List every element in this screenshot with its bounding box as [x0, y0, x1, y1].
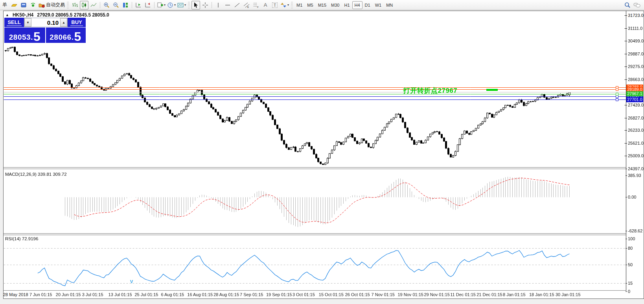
rsi-tick: 80: [628, 246, 644, 251]
fibonacci-icon[interactable]: F: [252, 1, 260, 9]
volume-decrease-button[interactable]: ▼: [24, 18, 31, 27]
gold-icon[interactable]: [10, 1, 18, 9]
tile-windows-icon[interactable]: [121, 1, 130, 9]
time-tick: 13 Jul 01:15: [109, 292, 132, 297]
period-button[interactable]: ▾: [167, 1, 176, 9]
timeframe-button-H4[interactable]: H4: [352, 1, 362, 9]
panel-separator[interactable]: [4, 167, 626, 169]
price-tick: 27439.0: [628, 103, 644, 107]
chevron-down-icon: ▾: [184, 3, 186, 7]
macd-tick: -628.62: [628, 228, 644, 233]
chat-icon[interactable]: [633, 1, 641, 9]
search-icon[interactable]: [623, 1, 632, 9]
toolbar-grip[interactable]: [291, 2, 293, 8]
time-tick: 6 Aug 01:15: [161, 292, 184, 297]
auto-trade-label: 自动交易: [46, 2, 65, 8]
macd-tick: 0.00: [628, 195, 644, 199]
rsi-tick: 0: [628, 289, 644, 294]
channel-icon[interactable]: E: [242, 1, 251, 9]
shift-chart-icon[interactable]: [134, 1, 143, 9]
price-tick: 26233.0: [628, 128, 644, 133]
vertical-line-icon[interactable]: [214, 1, 223, 9]
pending-order-button[interactable]: 单: [0, 1, 9, 9]
buy-price[interactable]: 28066 . 5: [45, 28, 86, 43]
timeframe-button-H1[interactable]: H1: [342, 1, 352, 9]
label-icon[interactable]: T: [270, 1, 279, 9]
price-tick: 25009.0: [628, 153, 644, 158]
price-tick: 31111.0: [628, 26, 644, 31]
time-tick: 20 Jun 01:15: [56, 292, 81, 297]
auto-scroll-icon[interactable]: [144, 1, 152, 9]
line-price-label: 27701.0: [626, 97, 643, 102]
line-price-label: 27967.1: [626, 91, 643, 96]
pending-order-label: 单: [2, 2, 7, 8]
time-tick: 26 Oct 01:15: [345, 292, 370, 297]
time-tick: 28 May 2018: [3, 292, 28, 297]
sell-price[interactable]: 28053 . 5: [4, 28, 45, 43]
toolbar-grip[interactable]: [188, 2, 190, 8]
time-tick: 19 Nov 01:15: [398, 292, 423, 297]
template-button[interactable]: ▾: [177, 1, 186, 9]
price-tick: 28663.0: [628, 77, 644, 82]
line-chart-icon[interactable]: [89, 1, 98, 9]
buy-price-point: .: [72, 33, 74, 42]
toolbar-separator: [132, 2, 132, 8]
zoom-in-icon[interactable]: [102, 1, 111, 9]
rsi-label: RSI(14) 72.9196: [5, 236, 38, 241]
new-order-icon[interactable]: [19, 1, 28, 9]
text-icon[interactable]: A: [261, 1, 270, 9]
sell-button[interactable]: SELL: [4, 18, 24, 27]
chevron-down-icon: ▾: [287, 3, 289, 7]
time-tick: 3 Oct 01:15: [293, 292, 315, 297]
arrow-object[interactable]: V: [130, 279, 133, 284]
price-tick: 29275.0: [628, 64, 644, 69]
macd-label: MACD(12,26,9) 339.81 309.72: [5, 172, 67, 177]
timeframe-group: M1M5M15M30H1H4D1W1MN: [294, 1, 395, 9]
zoom-out-icon[interactable]: [112, 1, 120, 9]
time-tick: 15 Oct 01:15: [319, 292, 344, 297]
bar-chart-icon[interactable]: [70, 1, 79, 9]
volume-stepper: ▼ 0.10 ▲: [24, 18, 68, 27]
timeframe-button-M30[interactable]: M30: [329, 1, 342, 9]
price-tick: 25621.0: [628, 141, 644, 146]
volume-value[interactable]: 0.10: [31, 18, 60, 27]
timeframe-button-M15[interactable]: M15: [316, 1, 329, 9]
timeframe-button-MN[interactable]: MN: [384, 1, 395, 9]
timeframe-button-D1[interactable]: D1: [362, 1, 373, 9]
price-tick: 26827.0: [628, 116, 644, 120]
time-tick: 25 Jul 01:15: [135, 292, 158, 297]
timeframe-button-W1[interactable]: W1: [373, 1, 384, 9]
svg-text:E: E: [247, 6, 249, 8]
candlestick-chart-icon[interactable]: [80, 1, 88, 9]
sell-label: SELL: [7, 19, 21, 26]
macd-tick: 385.93: [628, 173, 644, 178]
volume-increase-button[interactable]: ▲: [60, 18, 67, 27]
signal-icon[interactable]: [29, 1, 37, 9]
trendline-icon[interactable]: [233, 1, 241, 9]
crosshair-icon[interactable]: [201, 1, 210, 9]
panel-separator: [4, 290, 626, 291]
chart-canvas[interactable]: [4, 11, 626, 291]
toolbar-separator: [154, 2, 155, 8]
arrows-icon[interactable]: ▾: [280, 1, 289, 9]
one-click-trading-panel: SELL ▼ 0.10 ▲ BUY 28053 . 5 28066 . 5: [4, 18, 86, 43]
price-divider: [45, 28, 46, 43]
auto-trade-button[interactable]: 自动交易: [38, 1, 65, 9]
chevron-down-icon: ▾: [164, 3, 166, 7]
time-tick: 7 Nov 01:15: [372, 292, 395, 297]
timeframe-button-M1[interactable]: M1: [294, 1, 305, 9]
price-tick: 31723.0: [628, 13, 644, 18]
timeframe-button-M5[interactable]: M5: [305, 1, 315, 9]
collapse-icon[interactable]: ▲: [6, 13, 9, 17]
cursor-icon[interactable]: [191, 1, 200, 9]
new-chart-button[interactable]: ▾: [156, 1, 166, 9]
price-axis-line[interactable]: [626, 11, 626, 291]
panel-separator[interactable]: [4, 233, 626, 235]
horizontal-line-icon[interactable]: [223, 1, 232, 9]
time-tick: 7 Jun 01:15: [29, 292, 52, 297]
buy-button[interactable]: BUY: [68, 18, 86, 27]
green-dash-object[interactable]: [486, 89, 498, 91]
time-tick: 18 Jan 01:15: [529, 292, 554, 297]
time-tick: 19 Sep 01:15: [266, 292, 292, 297]
toolbar-grip[interactable]: [67, 2, 69, 8]
